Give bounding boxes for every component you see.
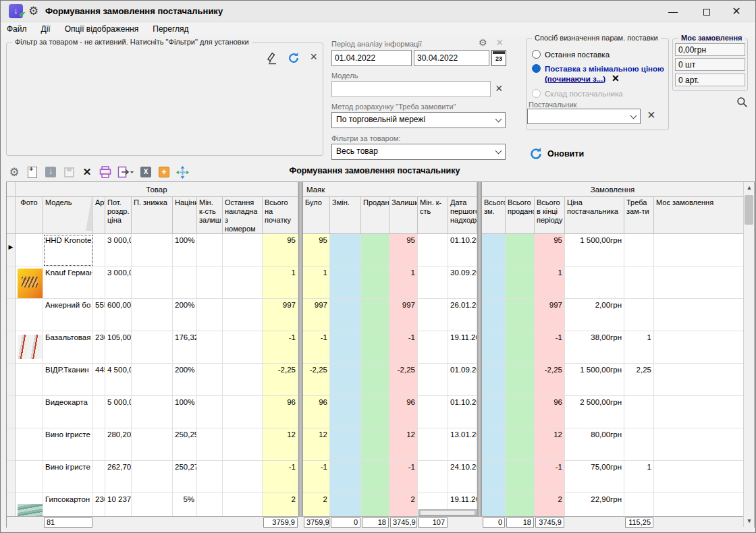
cell-last_invoice[interactable]	[223, 299, 263, 331]
cell-discount[interactable]	[132, 428, 173, 461]
cell-was[interactable]: -2,25	[303, 364, 330, 396]
cell-tot_changed[interactable]	[482, 428, 506, 461]
cell-my_order[interactable]	[654, 493, 744, 516]
cell-changed[interactable]	[330, 428, 361, 461]
cell-changed[interactable]	[330, 331, 361, 364]
cell-first_date[interactable]: 01.09.202	[448, 364, 477, 396]
cell-sold[interactable]	[361, 364, 389, 396]
supplier-search-button[interactable]	[736, 96, 748, 108]
cell-tot_changed[interactable]	[482, 299, 506, 331]
menu-actions[interactable]: Дії	[35, 22, 57, 34]
horizontal-scrollbar[interactable]	[418, 509, 482, 516]
radio-min-price-label[interactable]: Поставка з мінімальною ціною	[545, 65, 664, 73]
cell-price[interactable]: 280,20	[105, 428, 132, 461]
cell-changed[interactable]	[330, 299, 361, 331]
cell-last_invoice[interactable]	[223, 428, 263, 461]
cell-price[interactable]: 600,00	[105, 299, 132, 331]
cell-tot_sold[interactable]	[506, 331, 535, 364]
cell-tot_end[interactable]: 1	[535, 266, 565, 299]
cell-photo[interactable]	[16, 428, 43, 461]
cell-markup[interactable]: 250,27	[173, 461, 197, 493]
cell-need_order[interactable]	[624, 396, 654, 428]
row-selector[interactable]	[7, 364, 16, 396]
cell-changed[interactable]	[330, 364, 361, 396]
cell-sold[interactable]	[361, 493, 389, 516]
column-header-price[interactable]: Пот. роздр. ціна	[105, 197, 132, 234]
cell-min_qty[interactable]	[418, 234, 448, 266]
vertical-scrollbar[interactable]: ▲ ▼	[743, 182, 754, 527]
cell-total_start[interactable]: 1	[263, 266, 298, 299]
cell-changed[interactable]	[330, 461, 361, 493]
cell-discount[interactable]	[132, 266, 173, 299]
column-header-art[interactable]: Арт	[93, 197, 105, 234]
cell-discount[interactable]	[132, 396, 173, 428]
cell-model[interactable]: Видеокарта	[43, 396, 93, 428]
cell-discount[interactable]	[132, 461, 173, 493]
cell-sold[interactable]	[361, 266, 389, 299]
cell-total_start[interactable]: -1	[263, 461, 298, 493]
cell-my_order[interactable]	[654, 461, 744, 493]
cell-price[interactable]: 10 237,	[105, 493, 132, 516]
table-row[interactable]: Вино ігристе262,70250,27-1-1-124.10.202-…	[7, 461, 754, 493]
cell-changed[interactable]	[330, 234, 361, 266]
cell-left[interactable]: 997	[389, 299, 418, 331]
cell-markup[interactable]: 200%	[173, 364, 197, 396]
cell-tot_end[interactable]: 2	[535, 493, 565, 516]
cell-tot_end[interactable]: 95	[535, 234, 565, 266]
cell-my_order[interactable]	[654, 364, 744, 396]
cell-was[interactable]: 997	[303, 299, 330, 331]
column-header-sold[interactable]: Продано	[361, 197, 389, 234]
cell-supplier_price[interactable]: 2,00грн	[565, 299, 624, 331]
supplier-clear-icon[interactable]: ×	[647, 109, 655, 120]
row-selector[interactable]	[7, 461, 16, 493]
row-selector[interactable]	[7, 299, 16, 331]
row-selector[interactable]	[7, 493, 16, 516]
cell-art[interactable]	[93, 234, 105, 266]
cell-last_invoice[interactable]	[223, 396, 263, 428]
cell-min_left[interactable]	[197, 364, 223, 396]
scroll-up-icon[interactable]: ▲	[744, 182, 755, 194]
cell-need_order[interactable]: 1	[624, 331, 654, 364]
cell-total_start[interactable]: -2,25	[263, 364, 298, 396]
cell-art[interactable]	[93, 396, 105, 428]
cell-min_qty[interactable]	[418, 364, 448, 396]
scrollbar-thumb[interactable]	[745, 195, 753, 225]
cell-discount[interactable]	[132, 234, 173, 266]
cell-tot_end[interactable]: -1	[535, 461, 565, 493]
cell-min_qty[interactable]	[418, 396, 448, 428]
cell-my_order[interactable]	[654, 299, 744, 331]
cell-min_left[interactable]	[197, 234, 223, 266]
cell-art[interactable]	[93, 461, 105, 493]
cell-last_invoice[interactable]	[223, 461, 263, 493]
pane-splitter[interactable]	[298, 182, 303, 516]
cell-markup[interactable]: 100%	[173, 234, 197, 266]
cell-photo[interactable]	[16, 331, 43, 364]
cell-min_qty[interactable]	[418, 299, 448, 331]
cell-left[interactable]: 2	[389, 493, 418, 516]
band-header-cell[interactable]: Замовлення	[482, 182, 744, 197]
period-clear-icon[interactable]: ×	[496, 37, 504, 48]
cell-was[interactable]: 12	[303, 428, 330, 461]
clear-filter-button[interactable]: ×	[310, 51, 317, 62]
cell-first_date[interactable]: 19.11.201	[448, 331, 477, 364]
cell-first_date[interactable]: 30.09.202	[448, 266, 477, 299]
cell-changed[interactable]	[330, 396, 361, 428]
cell-discount[interactable]	[132, 364, 173, 396]
column-header-tot_changed[interactable]: Всього зм.	[482, 197, 506, 234]
scroll-down-icon[interactable]: ▼	[744, 515, 755, 527]
table-row[interactable]: Knauf Герман3 000,011130.09.2021	[7, 266, 754, 299]
cell-photo[interactable]	[16, 364, 43, 396]
table-row[interactable]: Гипсокартон230610 237,5%22219.11.201222,…	[7, 493, 754, 516]
menu-view[interactable]: Перегляд	[146, 22, 194, 34]
cell-need_order[interactable]	[624, 266, 654, 299]
goods-filter-combobox[interactable]: Весь товар	[331, 144, 506, 160]
cell-min_left[interactable]	[197, 428, 223, 461]
supplier-combobox[interactable]	[527, 109, 641, 124]
cell-supplier_price[interactable]: 75,00грн	[565, 461, 624, 493]
row-selector[interactable]: ▶	[7, 234, 16, 266]
table-row[interactable]: Анкерний бо5555600,00200%99799799726.01.…	[7, 299, 754, 331]
column-header-model[interactable]: Модель	[43, 197, 93, 234]
cell-first_date[interactable]: 01.10.202	[448, 234, 477, 266]
cell-min_left[interactable]	[197, 266, 223, 299]
cell-markup[interactable]: 200%	[173, 299, 197, 331]
